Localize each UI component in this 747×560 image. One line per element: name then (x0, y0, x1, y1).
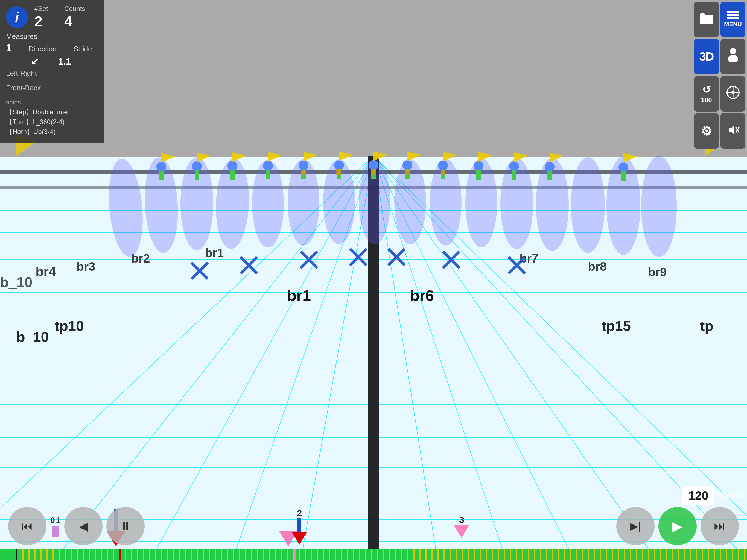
svg-text:b_10: b_10 (0, 274, 32, 290)
control-row: ⏮ 0 1 ◀ ⏸ 2 3 ▶| ▶ ⏭ (0, 504, 747, 548)
svg-rect-76 (195, 170, 199, 180)
svg-marker-103 (304, 152, 317, 161)
counts-label: Counts (64, 5, 85, 12)
svg-rect-115 (336, 169, 341, 175)
svg-text:tp15: tp15 (601, 318, 631, 334)
note-horn: 【Horn】Up(3-4) (6, 127, 98, 136)
tempo-display[interactable]: 120 (682, 486, 714, 505)
gear-icon: ⚙ (701, 124, 712, 138)
svg-point-95 (545, 162, 555, 172)
svg-point-91 (473, 161, 483, 171)
svg-rect-74 (159, 171, 163, 180)
set-label: #Set (34, 5, 48, 12)
svg-marker-107 (443, 152, 457, 161)
svg-rect-80 (266, 170, 270, 179)
info-panel: i #Set Counts 2 4 Measures 1 Direction S… (0, 0, 104, 143)
svg-rect-117 (405, 169, 410, 175)
rewind-button[interactable]: ◀ (64, 507, 103, 545)
info-button[interactable]: i (6, 6, 28, 28)
stride-value: 1.1 (58, 56, 71, 67)
direction-label: Direction (28, 45, 57, 53)
svg-marker-102 (268, 152, 282, 161)
svg-rect-118 (441, 170, 445, 175)
set-value: 2 (34, 13, 42, 29)
rotate-icon: ↺ (702, 84, 711, 96)
playhead-label-2: 2 (297, 508, 302, 518)
right-toolbar: MENU 3D ↺ 180 ⚙ (692, 0, 747, 150)
svg-point-85 (368, 160, 379, 170)
rotate-label: 180 (701, 96, 712, 104)
count-1: 1 (56, 515, 61, 525)
crosshair-icon (726, 85, 740, 102)
svg-text:br1: br1 (287, 287, 311, 304)
svg-text:tp10: tp10 (55, 318, 84, 334)
timeline-bar[interactable] (0, 549, 747, 560)
svg-point-67 (465, 159, 497, 247)
svg-point-120 (728, 55, 738, 62)
svg-point-83 (334, 160, 344, 170)
svg-text:br1: br1 (205, 246, 224, 259)
3d-icon: 3D (699, 50, 713, 63)
svg-point-87 (403, 160, 412, 170)
svg-rect-96 (547, 171, 552, 180)
count-0: 0 (50, 515, 55, 525)
lr-label: Left-Right (6, 69, 98, 78)
rotate-180-button[interactable]: ↺ 180 (694, 76, 719, 111)
fast-forward-button[interactable]: ⏭ (700, 507, 739, 545)
settings-button[interactable]: ⚙ (694, 113, 719, 149)
svg-rect-94 (512, 170, 516, 180)
measures-value: 1 (6, 42, 11, 54)
svg-marker-100 (197, 153, 210, 162)
svg-point-73 (156, 162, 166, 172)
step-forward-button[interactable]: ▶| (616, 507, 654, 545)
svg-rect-114 (301, 170, 305, 175)
svg-text:br9: br9 (648, 265, 667, 279)
svg-point-89 (438, 160, 448, 170)
crosshair-button[interactable] (720, 76, 745, 111)
svg-text:br4: br4 (35, 264, 56, 279)
svg-rect-116 (371, 169, 375, 175)
counts-value: 4 (64, 13, 72, 29)
view-3d-button[interactable]: 3D (694, 39, 719, 74)
folder-icon (699, 12, 714, 27)
count-3-label: 3 (459, 515, 464, 525)
notes-label: notes (6, 99, 98, 106)
menu-button[interactable]: MENU (720, 2, 745, 37)
svg-point-72 (641, 156, 677, 257)
svg-marker-105 (374, 152, 387, 161)
direction-value: ↙ (31, 55, 39, 67)
notes-section: notes 【Step】Double time 【Turn】L_360(2-4)… (6, 96, 98, 136)
person-view-button[interactable] (720, 39, 745, 74)
menu-label: MENU (724, 21, 742, 28)
mute-icon (726, 123, 740, 139)
svg-text:tp: tp (700, 318, 713, 334)
timeline-segment-green-1 (0, 549, 17, 560)
svg-marker-104 (339, 152, 353, 161)
svg-point-79 (263, 161, 273, 171)
svg-rect-92 (476, 170, 481, 180)
svg-point-75 (192, 161, 202, 171)
timeline-playhead-pink (294, 549, 296, 560)
step-back-button[interactable]: ⏸ (106, 507, 145, 545)
svg-rect-78 (230, 170, 235, 180)
svg-marker-99 (161, 153, 175, 163)
svg-text:b_10: b_10 (17, 329, 49, 345)
rewind-fast-button[interactable]: ⏮ (8, 507, 47, 545)
mute-button[interactable] (720, 113, 745, 149)
stride-label: Stride (74, 45, 92, 53)
svg-point-69 (536, 158, 569, 251)
svg-marker-101 (232, 152, 246, 162)
svg-point-66 (430, 159, 462, 246)
note-turn: 【Turn】L_360(2-4) (6, 118, 98, 126)
timeline-playhead-red (119, 549, 121, 560)
field-grid: br4 br3 br2 br1 br1 br6 br7 br8 br9 b_10… (0, 0, 747, 560)
svg-point-70 (571, 157, 605, 253)
svg-point-97 (618, 162, 628, 172)
svg-point-119 (730, 48, 736, 54)
timeline-content[interactable] (18, 549, 747, 560)
play-button[interactable]: ▶ (659, 507, 697, 545)
folder-button[interactable] (694, 2, 719, 37)
svg-point-68 (500, 158, 533, 249)
svg-text:br8: br8 (588, 260, 607, 273)
svg-text:br3: br3 (77, 260, 95, 273)
